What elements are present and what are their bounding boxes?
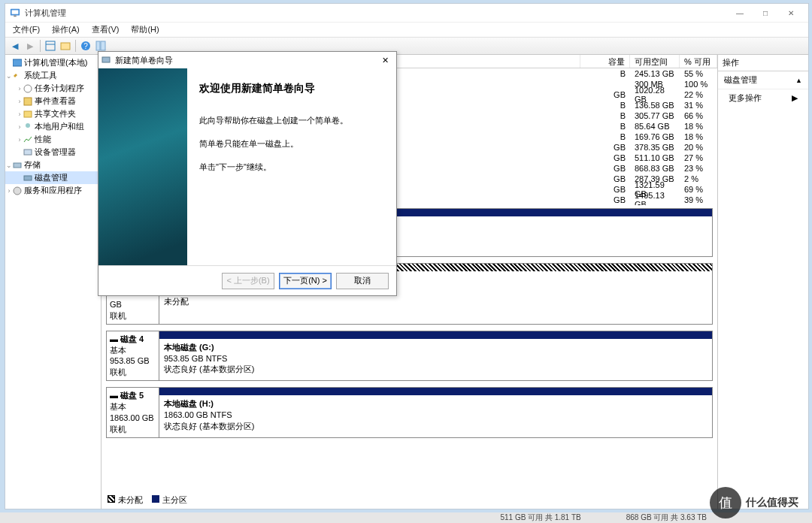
tools-icon (13, 71, 22, 80)
tree-services[interactable]: ›服务和应用程序 (5, 184, 101, 197)
storage-icon (13, 161, 22, 170)
svg-rect-16 (14, 163, 21, 168)
next-button[interactable]: 下一页(N) > (279, 273, 332, 289)
minimize-button[interactable]: ― (727, 5, 753, 21)
actions-panel: 操作 磁盘管理▲ 更多操作▶ (718, 55, 808, 509)
volume-block[interactable]: 本地磁盘 (H:) 1863.00 GB NTFS 状态良好 (基本数据分区) (159, 395, 712, 437)
tree-task-scheduler[interactable]: ›任务计划程序 (5, 82, 101, 95)
view-icon[interactable] (44, 39, 57, 53)
wizard-heading: 欢迎使用新建简单卷向导 (199, 82, 384, 95)
taskbar-fragment: 511 GB 可用 共 1.81 TB 868 GB 可用 共 3.63 TB (0, 512, 812, 523)
menu-view[interactable]: 查看(V) (87, 23, 124, 37)
chevron-up-icon: ▲ (795, 77, 802, 84)
folder-icon (23, 110, 32, 119)
col-free[interactable]: 可用空间 (630, 55, 680, 68)
wizard-title: 新建简单卷向导 (115, 55, 173, 66)
computer-icon (13, 59, 22, 68)
titlebar: 计算机管理 ― □ ✕ (5, 4, 808, 22)
watermark-icon: 值 (710, 487, 741, 518)
disk-icon (23, 174, 32, 183)
device-icon (23, 148, 32, 157)
actions-diskmgmt[interactable]: 磁盘管理▲ (718, 71, 808, 89)
col-capacity[interactable]: 容量 (580, 55, 630, 68)
svg-rect-15 (24, 150, 32, 155)
menubar: 文件(F) 操作(A) 查看(V) 帮助(H) (5, 22, 808, 37)
tree-disk-management[interactable]: 磁盘管理 (5, 171, 101, 184)
disk-row[interactable]: ▬磁盘 5 基本 1863.00 GB 联机 本地磁盘 (H:) 1863.00… (106, 387, 713, 437)
maximize-button[interactable]: □ (753, 5, 778, 21)
properties-icon[interactable] (59, 39, 72, 53)
cancel-button[interactable]: 取消 (336, 273, 389, 289)
svg-rect-17 (24, 176, 32, 180)
users-icon (23, 122, 32, 132)
nav-tree[interactable]: 计算机管理(本地) ⌄系统工具 ›任务计划程序 ›事件查看器 ›共享文件夹 ›本… (5, 55, 102, 509)
wizard-buttons: < 上一步(B) 下一页(N) > 取消 (98, 265, 396, 295)
svg-rect-13 (24, 111, 32, 117)
chevron-right-icon: ▶ (792, 93, 798, 103)
app-icon (10, 8, 20, 18)
menu-file[interactable]: 文件(F) (8, 23, 44, 37)
tree-local-users[interactable]: ›本地用户和组 (5, 120, 101, 133)
col-pct[interactable]: % 可用 (680, 55, 717, 68)
tree-system-tools[interactable]: ⌄系统工具 (5, 69, 101, 82)
wizard-side-banner (98, 68, 187, 265)
clock-icon (23, 84, 32, 93)
svg-text:?: ? (83, 42, 88, 50)
tree-event-viewer[interactable]: ›事件查看器 (5, 95, 101, 107)
disk-info: ▬磁盘 5 基本 1863.00 GB 联机 (107, 388, 159, 437)
tree-shared-folders[interactable]: ›共享文件夹 (5, 107, 101, 120)
window-title: 计算机管理 (25, 8, 727, 19)
close-button[interactable]: ✕ (778, 5, 804, 21)
actions-more[interactable]: 更多操作▶ (718, 89, 808, 107)
legend: 未分配 主分区 (102, 491, 717, 509)
menu-help[interactable]: 帮助(H) (126, 23, 163, 37)
event-icon (23, 97, 32, 106)
wizard-dialog: 新建简单卷向导 ✕ 欢迎使用新建简单卷向导 此向导帮助你在磁盘上创建一个简单卷。… (98, 51, 397, 296)
svg-rect-10 (13, 59, 22, 66)
back-icon[interactable]: ◀ (8, 39, 22, 53)
svg-rect-9 (101, 41, 105, 50)
wizard-close-button[interactable]: ✕ (377, 56, 393, 65)
watermark: 值 什么值得买 (710, 487, 798, 518)
tree-device-manager[interactable]: 设备管理器 (5, 146, 101, 159)
svg-rect-5 (61, 43, 70, 50)
svg-rect-12 (24, 98, 32, 105)
legend-unallocated-icon (108, 495, 115, 503)
services-icon (13, 186, 22, 195)
disk-info: ▬磁盘 4 基本 953.85 GB 联机 (107, 331, 159, 380)
svg-rect-32 (102, 57, 110, 62)
help-icon[interactable]: ? (79, 39, 92, 53)
wizard-content: 欢迎使用新建简单卷向导 此向导帮助你在磁盘上创建一个简单卷。 简单卷只能在单一磁… (187, 68, 396, 265)
actions-header: 操作 (718, 55, 808, 71)
svg-point-18 (14, 187, 21, 195)
forward-icon[interactable]: ▶ (23, 39, 37, 53)
svg-rect-2 (14, 16, 17, 17)
menu-action[interactable]: 操作(A) (47, 23, 84, 37)
svg-rect-1 (12, 11, 19, 14)
svg-rect-8 (96, 41, 100, 50)
tree-performance[interactable]: ›性能 (5, 133, 101, 146)
svg-point-14 (26, 123, 30, 128)
disk-row[interactable]: ▬磁盘 4 基本 953.85 GB 联机 本地磁盘 (G:) 953.85 G… (106, 331, 713, 381)
legend-primary-icon (152, 495, 159, 503)
tree-root[interactable]: 计算机管理(本地) (5, 56, 101, 69)
disk-icon (102, 55, 112, 65)
volume-block[interactable]: 本地磁盘 (G:) 953.85 GB NTFS 状态良好 (基本数据分区) (159, 339, 712, 380)
svg-point-11 (24, 85, 32, 92)
perf-icon (23, 135, 32, 144)
wizard-titlebar[interactable]: 新建简单卷向导 ✕ (98, 52, 396, 68)
svg-rect-3 (46, 41, 55, 50)
back-button: < 上一步(B) (222, 273, 274, 289)
tree-storage[interactable]: ⌄存储 (5, 159, 101, 171)
